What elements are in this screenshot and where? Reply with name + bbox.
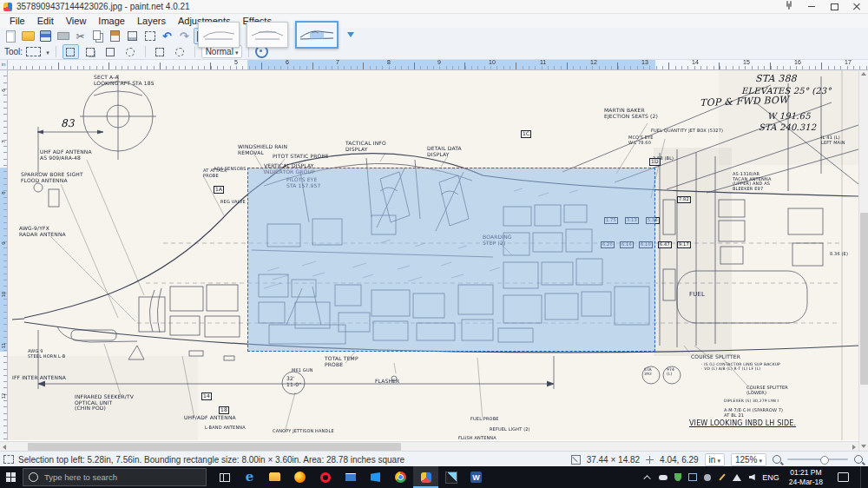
chrome-icon[interactable]: [388, 466, 413, 488]
edge-icon[interactable]: [237, 466, 262, 488]
deselect-icon[interactable]: [141, 28, 158, 44]
taskbar-search[interactable]: [23, 468, 207, 486]
ruler-tick-label: 11: [540, 59, 546, 65]
chevron-up-icon[interactable]: [644, 473, 653, 482]
image-thumbnail-active[interactable]: [295, 21, 339, 49]
paste-icon[interactable]: [107, 28, 123, 44]
selection-mode-add-button[interactable]: [82, 44, 99, 59]
network-icon[interactable]: [733, 473, 741, 482]
zoom-slider-knob[interactable]: [820, 456, 829, 465]
units-dropdown[interactable]: in: [705, 453, 725, 466]
ruler-tick-label: 10: [489, 59, 496, 65]
tool-dropdown-caret-icon[interactable]: [44, 47, 49, 56]
start-button[interactable]: [0, 466, 21, 488]
copy-icon[interactable]: [89, 28, 106, 44]
display-icon[interactable]: [688, 473, 697, 482]
print-icon[interactable]: [55, 28, 71, 44]
image-list-chevron-icon[interactable]: [347, 32, 354, 37]
title-bar: 3578909437144423026.jpg - paint.net 4.0.…: [0, 0, 868, 14]
image-thumbnail[interactable]: [198, 22, 240, 48]
blueprint-annotation: TACTICAL INFO DISPLAY: [345, 141, 386, 152]
volume-icon[interactable]: [747, 473, 756, 482]
taskbar-clock[interactable]: 01:21 PM 24-Mar-18: [786, 468, 826, 486]
blueprint-annotation: 6.47: [658, 241, 672, 248]
selection-mode-replace-button[interactable]: [62, 44, 79, 59]
save-icon[interactable]: [37, 28, 54, 44]
opera-icon[interactable]: [312, 466, 338, 488]
undo-icon[interactable]: [159, 28, 175, 44]
mail-icon[interactable]: [338, 466, 363, 488]
blueprint-annotation: 9.17: [677, 241, 691, 248]
shield-icon[interactable]: [674, 473, 682, 482]
blueprint-annotation: M61 GUN: [292, 368, 313, 373]
separator: [145, 46, 146, 57]
sampling-option-2-button[interactable]: [172, 44, 188, 59]
open-icon[interactable]: [20, 28, 36, 44]
code-icon[interactable]: [363, 466, 388, 488]
blueprint-annotation: 7.82: [677, 196, 691, 203]
blueprint-annotation: FUEL PROBE: [470, 417, 499, 422]
clock-date: 24-Mar-18: [789, 478, 823, 487]
redo-icon[interactable]: [176, 28, 193, 44]
task-view-icon[interactable]: [212, 466, 237, 488]
new-file-icon[interactable]: [3, 28, 19, 44]
blueprint-annotation: UHF/ADF ANTENNA: [184, 415, 236, 421]
word-icon[interactable]: [464, 466, 489, 488]
close-button[interactable]: [845, 0, 868, 13]
minimize-button[interactable]: [800, 0, 823, 13]
zoom-dropdown[interactable]: 125%: [731, 453, 766, 466]
zoom-slider[interactable]: [787, 458, 848, 460]
cursor-position-icon: [646, 456, 654, 464]
zoom-in-icon[interactable]: [854, 455, 863, 464]
maximize-button[interactable]: [823, 0, 845, 13]
show-desktop-button[interactable]: [860, 466, 865, 488]
action-center-icon[interactable]: [838, 472, 849, 482]
menu-item-layers[interactable]: Layers: [131, 15, 172, 27]
search-input[interactable]: [43, 472, 176, 483]
ruler-tick-label: 7: [336, 59, 339, 65]
blueprint-annotation: IFF INTER ANTENNA: [12, 375, 66, 381]
scroll-right-icon[interactable]: [852, 445, 856, 450]
selection-mode-intersect-button[interactable]: [122, 44, 139, 59]
sampling-option-button[interactable]: [152, 44, 168, 59]
blueprint-annotation: VIEW LOOKING INBD LH SIDE.: [689, 420, 796, 428]
blueprint-annotation: AS-1318/AR TACAN ANTENNA (UPPER) AND AS …: [733, 172, 771, 191]
scroll-left-icon[interactable]: [3, 445, 6, 450]
language-indicator[interactable]: ENG: [762, 473, 779, 482]
scroll-up-icon[interactable]: [861, 72, 866, 76]
blueprint-annotation: FLASHER: [375, 379, 399, 385]
zoom-out-icon[interactable]: [773, 455, 781, 464]
photos-icon[interactable]: [438, 466, 464, 488]
rectangle-select-tool-icon[interactable]: [26, 47, 41, 56]
pen-icon[interactable]: [718, 473, 727, 482]
image-thumbnail[interactable]: [247, 22, 288, 48]
zoom-caret-icon: [757, 455, 762, 465]
pin-icon[interactable]: [778, 0, 800, 13]
file-explorer-icon[interactable]: [262, 466, 287, 488]
vertical-scroll-thumb[interactable]: [860, 213, 868, 385]
ruler-tick-label: 12: [590, 59, 597, 65]
scroll-down-icon[interactable]: [861, 445, 866, 448]
crop-icon[interactable]: [124, 28, 141, 44]
menu-item-file[interactable]: File: [3, 15, 31, 27]
horizontal-scroll-thumb[interactable]: [28, 443, 401, 451]
menu-item-edit[interactable]: Edit: [31, 15, 60, 27]
blueprint-annotation: L-BAND ANTENNA: [205, 425, 246, 431]
horizontal-ruler: 567891011121314151617: [7, 59, 868, 70]
paintnet-icon[interactable]: [413, 466, 438, 488]
units-value: in: [709, 455, 716, 465]
usb-icon[interactable]: [703, 473, 712, 482]
ruler-tick-label: 13: [641, 59, 648, 65]
cloud-icon[interactable]: [659, 473, 667, 482]
canvas[interactable]: SECT A-A LOOKING AFT STA 18583STA 388ELE…: [7, 69, 858, 440]
selection-overlay[interactable]: [247, 168, 655, 352]
firefox-icon[interactable]: [287, 466, 312, 488]
vertical-scrollbar[interactable]: [858, 69, 868, 451]
menu-item-view[interactable]: View: [60, 15, 93, 27]
menu-item-image[interactable]: Image: [92, 15, 131, 27]
ruler-tick-label: 8: [1, 189, 6, 196]
selection-mode-subtract-button[interactable]: [102, 44, 119, 59]
zoom-value: 125%: [735, 455, 758, 465]
ruler-unit-corner: in: [0, 59, 8, 70]
cut-icon[interactable]: [72, 28, 89, 44]
